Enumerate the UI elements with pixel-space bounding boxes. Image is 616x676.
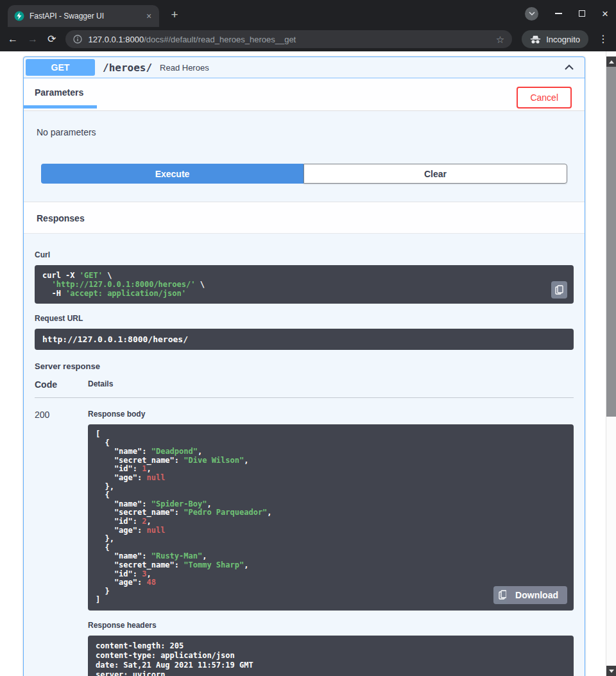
response-body-block: [ { "name": "Deadpond", "secret_name": "…: [88, 424, 574, 611]
method-badge: GET: [26, 59, 95, 76]
parameters-title: Parameters: [35, 87, 83, 98]
execute-button[interactable]: Execute: [41, 164, 304, 184]
response-table-header: Code Details: [35, 379, 574, 398]
response-table-row: 200 Response body [ { "name": "Deadpond"…: [35, 398, 574, 676]
clipboard-icon: [499, 590, 507, 600]
url-host: 127.0.0.1:8000: [88, 35, 144, 44]
responses-title: Responses: [37, 213, 85, 223]
browser-toolbar: ← → ⟳ 127.0.0.1:8000/docs#/default/read_…: [0, 27, 616, 51]
tab-title: FastAPI - Swagger UI: [30, 12, 139, 21]
parameters-header-row: Parameters Cancel: [24, 78, 585, 111]
scroll-down-button[interactable]: [606, 666, 616, 676]
response-headers-label: Response headers: [88, 621, 574, 630]
curl-code-block: curl -X 'GET' \ 'http://127.0.0.1:8000/h…: [35, 265, 574, 304]
bookmark-star-icon[interactable]: ☆: [496, 35, 504, 44]
scroll-thumb[interactable]: [606, 67, 616, 417]
details-column-header: Details: [88, 379, 113, 390]
titlebar-avatar-icon[interactable]: [525, 7, 538, 21]
site-info-icon[interactable]: [73, 35, 82, 44]
browser-titlebar: FastAPI - Swagger UI × + ×: [0, 0, 616, 27]
cancel-button[interactable]: Cancel: [517, 87, 572, 108]
window-maximize-button[interactable]: [579, 10, 585, 17]
copy-curl-button[interactable]: [551, 281, 567, 299]
request-url-value: http://127.0.0.1:8000/heroes/: [42, 334, 188, 344]
request-url-block: http://127.0.0.1:8000/heroes/: [35, 329, 574, 350]
code-column-header: Code: [35, 379, 88, 390]
incognito-badge: Incognito: [522, 30, 588, 48]
incognito-label: Incognito: [546, 35, 580, 44]
response-body-label: Response body: [88, 410, 574, 419]
back-icon[interactable]: ←: [8, 34, 18, 44]
address-bar[interactable]: 127.0.0.1:8000/docs#/default/read_heroes…: [65, 30, 512, 48]
download-button[interactable]: Download: [506, 586, 567, 604]
url-text[interactable]: 127.0.0.1:8000/docs#/default/read_heroes…: [88, 35, 490, 44]
fastapi-favicon-icon: [14, 11, 24, 21]
no-parameters-text: No parameters: [24, 111, 585, 164]
new-tab-button[interactable]: +: [167, 7, 182, 22]
refresh-icon[interactable]: ⟳: [47, 34, 56, 44]
browser-menu-icon[interactable]: ⋮: [598, 34, 608, 44]
scroll-up-button[interactable]: [606, 56, 616, 67]
page-scrollbar[interactable]: [606, 51, 616, 676]
response-headers-block: content-length: 205content-type: applica…: [88, 636, 574, 676]
forward-icon: →: [28, 34, 38, 44]
url-path: /docs#/default/read_heroes_heroes__get: [144, 35, 296, 44]
collapse-chevron-icon[interactable]: [563, 61, 576, 74]
clipboard-icon: [555, 285, 563, 295]
status-code: 200: [35, 410, 88, 676]
request-url-label: Request URL: [35, 314, 574, 323]
curl-label: Curl: [35, 250, 574, 259]
tab-close-icon[interactable]: ×: [144, 12, 154, 21]
clear-button[interactable]: Clear: [304, 164, 567, 184]
endpoint-path: /heroes/: [103, 62, 152, 74]
endpoint-summary: Read Heroes: [160, 63, 563, 73]
window-close-button[interactable]: ×: [602, 8, 608, 19]
responses-header-row: Responses: [24, 202, 585, 234]
browser-tab[interactable]: FastAPI - Swagger UI ×: [8, 5, 159, 27]
responses-body: Curl curl -X 'GET' \ 'http://127.0.0.1:8…: [24, 234, 585, 676]
tab-parameters[interactable]: Parameters: [24, 87, 97, 108]
server-response-label: Server response: [35, 361, 574, 371]
incognito-icon: [530, 35, 541, 44]
opblock-get-heroes: GET /heroes/ Read Heroes Parameters Canc…: [23, 56, 585, 676]
swagger-page: GET /heroes/ Read Heroes Parameters Canc…: [0, 51, 616, 676]
execute-row: Execute Clear: [24, 164, 585, 202]
opblock-summary[interactable]: GET /heroes/ Read Heroes: [24, 57, 585, 78]
window-minimize-button[interactable]: [555, 13, 562, 14]
